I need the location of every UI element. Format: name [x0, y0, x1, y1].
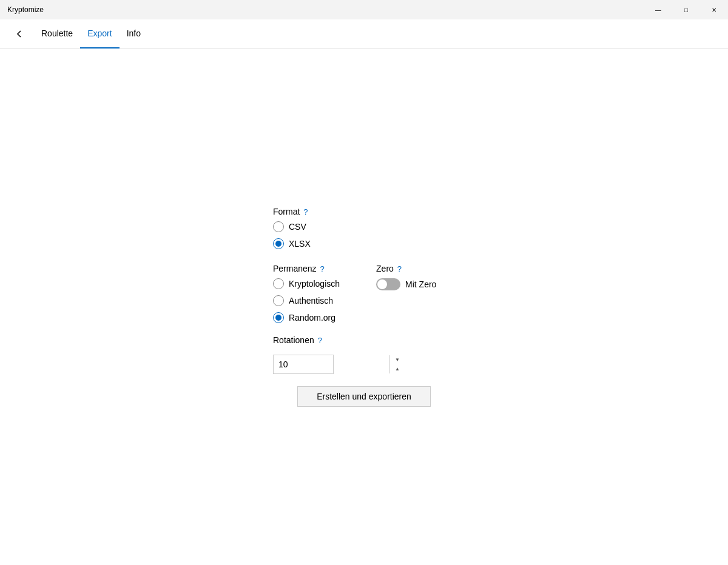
zero-toggle[interactable] — [376, 278, 400, 290]
zero-toggle-container: Mit Zero — [376, 278, 436, 290]
nav-item-info[interactable]: Info — [120, 19, 148, 48]
permanenz-random-label: Random.org — [289, 313, 335, 323]
zero-toggle-label: Mit Zero — [405, 279, 436, 289]
permanenz-auth-radio[interactable] — [273, 295, 284, 306]
zero-label: Zero ? — [376, 264, 436, 273]
format-xlsx-label: XLSX — [289, 239, 311, 249]
format-section: Format ? CSV XLSX — [273, 207, 455, 249]
permanenz-label: Permanenz ? — [273, 264, 340, 273]
nav-bar: Roulette Export Info — [0, 19, 728, 48]
permanenz-krypto-radio[interactable] — [273, 278, 284, 289]
permanenz-section: Permanenz ? Kryptologisch Authentisch Ra… — [273, 264, 340, 323]
back-icon — [15, 29, 24, 39]
permanenz-krypto-row[interactable]: Kryptologisch — [273, 278, 340, 289]
spinner-buttons: ▼ ▲ — [389, 355, 405, 373]
window-controls: — □ ✕ — [644, 0, 728, 19]
rotationen-spinner: ▼ ▲ — [273, 355, 334, 374]
nav-item-roulette[interactable]: Roulette — [34, 19, 80, 48]
permanenz-auth-label: Authentisch — [289, 296, 333, 306]
permanenz-help-icon[interactable]: ? — [320, 264, 325, 273]
zero-section: Zero ? Mit Zero — [376, 264, 436, 290]
spinner-down-button[interactable]: ▼ — [390, 355, 405, 364]
form-container: Format ? CSV XLSX Permanenz ? — [273, 207, 455, 407]
nav-item-export[interactable]: Export — [80, 19, 119, 48]
export-button[interactable]: Erstellen und exportieren — [297, 386, 431, 407]
format-csv-label: CSV — [289, 222, 306, 232]
minimize-button[interactable]: — — [644, 0, 672, 19]
permanenz-zero-section: Permanenz ? Kryptologisch Authentisch Ra… — [273, 264, 455, 323]
permanenz-radio-group: Kryptologisch Authentisch Random.org — [273, 278, 340, 323]
permanenz-auth-row[interactable]: Authentisch — [273, 295, 340, 306]
app-title: Kryptomize — [7, 5, 44, 14]
format-help-icon[interactable]: ? — [303, 207, 308, 216]
rotationen-section: Rotationen ? ▼ ▲ — [273, 335, 455, 374]
format-xlsx-row[interactable]: XLSX — [273, 238, 455, 249]
close-button[interactable]: ✕ — [700, 0, 728, 19]
zero-help-icon[interactable]: ? — [397, 264, 402, 273]
format-csv-radio[interactable] — [273, 221, 284, 232]
main-content: Format ? CSV XLSX Permanenz ? — [0, 48, 728, 565]
rotationen-label: Rotationen ? — [273, 335, 455, 345]
back-button[interactable] — [10, 24, 29, 44]
format-label: Format ? — [273, 207, 455, 216]
format-radio-group: CSV XLSX — [273, 221, 455, 249]
permanenz-krypto-label: Kryptologisch — [289, 279, 340, 289]
permanenz-random-radio[interactable] — [273, 312, 284, 323]
permanenz-random-row[interactable]: Random.org — [273, 312, 340, 323]
maximize-button[interactable]: □ — [672, 0, 700, 19]
title-bar: Kryptomize — □ ✕ — [0, 0, 728, 19]
rotationen-input[interactable] — [274, 359, 389, 369]
format-xlsx-radio[interactable] — [273, 238, 284, 249]
rotationen-help-icon[interactable]: ? — [318, 336, 322, 345]
spinner-up-button[interactable]: ▲ — [390, 364, 405, 373]
format-csv-row[interactable]: CSV — [273, 221, 455, 232]
